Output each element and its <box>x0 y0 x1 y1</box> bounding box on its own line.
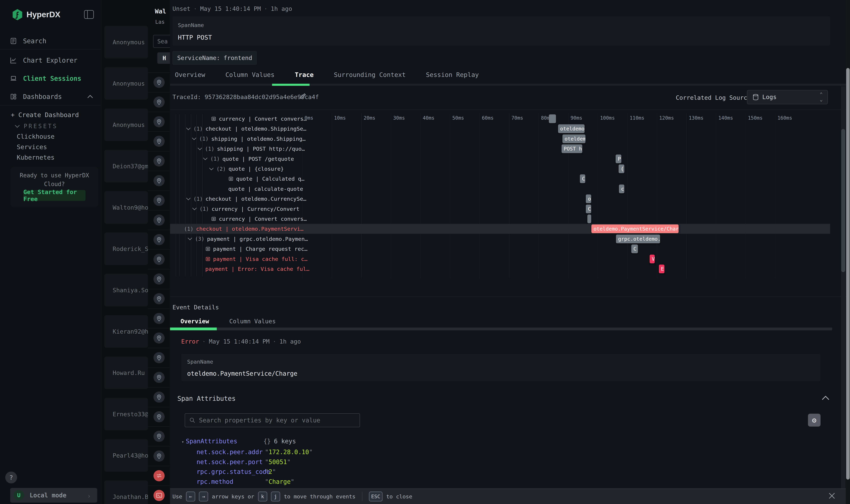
session-card[interactable]: Deion37@gm <box>104 150 148 182</box>
tab-trace[interactable]: Trace <box>295 71 313 78</box>
settings-button[interactable]: ⚙ <box>808 414 820 427</box>
location-pin-icon[interactable] <box>153 332 165 344</box>
trace-row[interactable]: payment | Visa cache full: c…V <box>170 254 830 264</box>
chevron-down-icon[interactable] <box>197 147 202 150</box>
tab-column-values[interactable]: Column Values <box>225 71 274 78</box>
location-pin-icon[interactable] <box>153 156 165 166</box>
help-button[interactable]: ? <box>5 471 17 483</box>
sidebar-toggle-icon[interactable] <box>84 10 94 19</box>
location-pin-icon[interactable] <box>153 215 165 226</box>
trace-row[interactable]: quote | Calculated q…C <box>170 174 830 184</box>
location-pin-icon[interactable] <box>153 293 165 304</box>
trace-row[interactable]: payment | Charge request rec…C <box>170 244 830 254</box>
location-pin-icon[interactable] <box>153 273 165 285</box>
location-pin-icon[interactable] <box>153 450 165 462</box>
session-card[interactable]: Howard.Ru <box>104 357 148 389</box>
location-pin-icon[interactable] <box>153 136 165 147</box>
attributes-search-input[interactable]: Search properties by key or value <box>185 413 360 427</box>
tab-overview[interactable]: Overview <box>175 71 205 78</box>
preset-item-services[interactable]: Services <box>17 143 47 150</box>
span-bar[interactable]: E <box>659 265 665 273</box>
create-dashboard-link[interactable]: + Create Dashboard <box>11 111 79 119</box>
span-bar[interactable]: { <box>619 164 624 173</box>
preset-item-clickhouse[interactable]: Clickhouse <box>17 133 55 140</box>
session-search-input[interactable]: Sea <box>153 35 170 48</box>
chevron-down-icon[interactable] <box>186 127 191 130</box>
location-pin-icon[interactable] <box>153 392 165 403</box>
span-bar[interactable] <box>587 215 591 223</box>
session-card[interactable]: Shaniya.So <box>104 274 148 306</box>
chevron-down-icon[interactable] <box>192 208 197 210</box>
page-scrollbar-thumb[interactable] <box>846 68 850 480</box>
session-card[interactable]: Jonathan.B <box>104 481 148 504</box>
sidebar-item-search[interactable]: Search <box>0 33 101 49</box>
trace-row[interactable]: (1)shipping | POST http://quo…POST h <box>170 144 830 154</box>
span-bar[interactable]: c <box>619 184 624 193</box>
location-pin-icon[interactable] <box>153 195 165 206</box>
tab-surrounding-context[interactable]: Surrounding Context <box>334 71 406 78</box>
session-card[interactable]: Pearl43@ho <box>104 439 148 472</box>
swap-arrows-icon[interactable] <box>153 470 165 481</box>
span-bar[interactable]: o <box>586 195 591 203</box>
location-pin-icon[interactable] <box>153 352 165 363</box>
session-filter-button[interactable]: H <box>157 52 170 64</box>
key-arrow-right[interactable]: → <box>199 492 208 501</box>
session-card[interactable]: Walton9@ho <box>104 191 148 224</box>
location-pin-icon[interactable] <box>153 175 165 186</box>
trace-row[interactable]: payment | Error: Visa cache ful…E <box>170 264 830 274</box>
sidebar-item-dashboards[interactable]: Dashboards <box>0 89 101 105</box>
span-bar[interactable]: V <box>650 255 655 263</box>
get-started-button[interactable]: Get Started for Free <box>23 190 86 201</box>
location-pin-icon[interactable] <box>153 77 165 88</box>
location-pin-icon[interactable] <box>153 411 165 422</box>
waterfall-scrollbar-thumb[interactable] <box>841 129 845 272</box>
span-bar[interactable]: oteldemo.PaymentService/Char <box>591 224 679 233</box>
trace-row[interactable]: (3)payment | grpc.oteldemo.Paymen…grpc.o… <box>170 234 830 244</box>
tab-session-replay[interactable]: Session Replay <box>426 71 479 78</box>
attribute-row[interactable]: net.sock.peer.port"50051" <box>197 458 291 466</box>
chevron-down-icon[interactable] <box>187 237 192 240</box>
chevron-down-icon[interactable] <box>209 167 214 170</box>
location-pin-icon[interactable] <box>153 96 165 108</box>
session-card[interactable]: Anonymous <box>104 67 148 100</box>
location-pin-icon[interactable] <box>153 116 165 127</box>
location-pin-icon[interactable] <box>153 313 165 324</box>
key-esc[interactable]: ESC <box>369 492 382 501</box>
span-bar[interactable]: P <box>616 155 621 163</box>
log-source-dropdown[interactable]: Logs ⌃⌄ <box>747 90 828 104</box>
session-card[interactable]: Roderick_S <box>104 232 148 265</box>
session-card[interactable]: Anonymous <box>104 108 148 141</box>
close-icon[interactable] <box>828 492 836 500</box>
trace-row[interactable]: (2)quote | {closure}{ <box>170 164 830 174</box>
span-bar[interactable]: C <box>631 245 638 253</box>
attributes-root-row[interactable]: ▾SpanAttributes{}6 keys <box>182 438 296 445</box>
attribute-row[interactable]: net.sock.peer.addr"172.28.0.10" <box>197 449 313 455</box>
key-j[interactable]: j <box>271 492 280 501</box>
trace-row[interactable]: currency | Convert convers… <box>170 114 830 124</box>
span-bar[interactable]: POST h <box>562 144 582 153</box>
chevron-down-icon[interactable] <box>192 137 197 140</box>
span-bar[interactable]: C <box>580 174 585 183</box>
span-bar[interactable]: C <box>586 204 591 213</box>
preset-item-kubernetes[interactable]: Kubernetes <box>17 154 55 161</box>
session-card[interactable]: Anonymous <box>104 26 148 58</box>
presets-header[interactable]: PRESETS <box>15 123 58 130</box>
trace-row[interactable]: (1)shipping | oteldemo.Shipping…oteldemo <box>170 134 830 144</box>
span-bar[interactable]: oteldemo. <box>558 124 585 133</box>
event-tab-column-values[interactable]: Column Values <box>229 318 276 325</box>
session-card[interactable]: Ernesto33@ <box>104 398 148 430</box>
trace-row[interactable]: (1)quote | POST /getquoteP <box>170 154 830 164</box>
attribute-row[interactable]: rpc.grpc.status_code"2" <box>197 468 276 475</box>
trace-row[interactable]: quote | calculate-quotec <box>170 184 830 194</box>
span-bar[interactable]: oteldemo <box>562 134 585 143</box>
key-k[interactable]: k <box>258 492 267 501</box>
attribute-row[interactable]: rpc.method"Charge" <box>197 478 294 485</box>
user-menu-button[interactable]: U Local mode › <box>10 488 97 503</box>
chevron-down-icon[interactable] <box>186 197 191 200</box>
span-bar[interactable] <box>549 114 556 123</box>
trace-row[interactable]: (1)checkout | oteldemo.CurrencySe…o <box>170 194 830 204</box>
location-pin-icon[interactable] <box>153 234 165 245</box>
sidebar-item-chart-explorer[interactable]: Chart Explorer <box>0 52 101 68</box>
terminal-icon[interactable] <box>153 490 165 501</box>
location-pin-icon[interactable] <box>153 372 165 383</box>
